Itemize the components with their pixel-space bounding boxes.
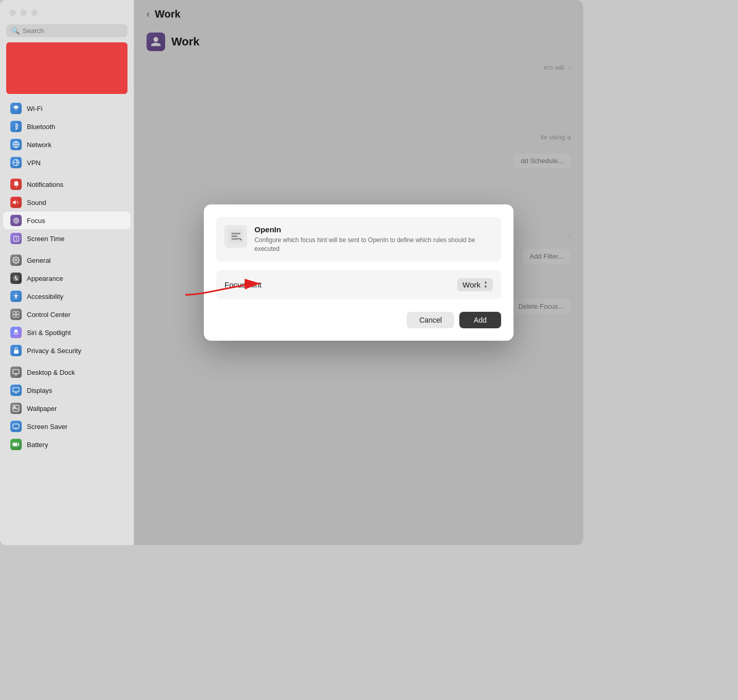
sidebar-item-accessibility[interactable]: Accessibility	[3, 288, 131, 305]
wifi-icon	[10, 103, 22, 114]
sidebar-item-wallpaper[interactable]: Wallpaper	[3, 400, 131, 417]
sidebar-item-vpn[interactable]: VPN	[3, 154, 131, 171]
bluetooth-icon	[10, 121, 22, 132]
svg-rect-9	[17, 315, 19, 317]
sidebar-item-label-notifications: Notifications	[27, 181, 63, 188]
sidebar-item-label-network: Network	[27, 141, 52, 149]
sidebar-item-network[interactable]: Network	[3, 136, 131, 153]
sidebar-item-label-sound: Sound	[27, 199, 46, 206]
add-button[interactable]: Add	[459, 312, 501, 328]
sidebar-item-sound[interactable]: Sound	[3, 194, 131, 211]
sidebar-item-desktop[interactable]: Desktop & Dock	[3, 363, 131, 381]
battery-icon	[10, 439, 22, 450]
sidebar-item-label-screentime: Screen Time	[27, 235, 65, 243]
focus-profile-red-box	[6, 42, 127, 94]
screensaver-icon	[10, 421, 22, 432]
sidebar-item-label-siri: Siri & Spotlight	[27, 329, 71, 337]
sidebar-item-privacy[interactable]: Privacy & Security	[3, 342, 131, 359]
controlcenter-icon	[10, 309, 22, 320]
stepper-arrows: ▲ ▼	[484, 280, 488, 289]
svg-rect-6	[13, 311, 15, 314]
sidebar-item-label-vpn: VPN	[27, 159, 41, 167]
sidebar-item-label-focus: Focus	[27, 217, 45, 225]
sidebar-item-label-bluetooth: Bluetooth	[27, 123, 55, 131]
sidebar-section-hardware: Desktop & Dock Displays Wallpaper Screen…	[0, 363, 134, 454]
displays-icon	[10, 385, 22, 396]
svg-rect-7	[17, 311, 19, 314]
sidebar-item-label-privacy: Privacy & Security	[27, 347, 81, 355]
cancel-button[interactable]: Cancel	[407, 312, 454, 328]
sidebar-item-label-controlcenter: Control Center	[27, 311, 71, 319]
accessibility-icon	[10, 291, 22, 302]
traffic-light-minimize[interactable]	[20, 9, 27, 16]
siri-icon	[10, 327, 22, 338]
sidebar-item-label-desktop: Desktop & Dock	[27, 369, 75, 376]
sidebar-item-controlcenter[interactable]: Control Center	[3, 306, 131, 323]
focus-hint-label: Focus Hint	[224, 280, 262, 289]
focus-hint-selector[interactable]: Work ▲ ▼	[457, 278, 493, 291]
sidebar-item-label-accessibility: Accessibility	[27, 293, 63, 300]
sidebar-item-displays[interactable]: Displays	[3, 381, 131, 399]
sidebar-item-notifications[interactable]: Notifications	[3, 176, 131, 193]
sidebar-item-screensaver[interactable]: Screen Saver	[3, 418, 131, 435]
stepper-down-icon: ▼	[484, 285, 488, 289]
sidebar-section-network: Wi-Fi Bluetooth Network VPN	[0, 99, 134, 172]
desktop-icon	[10, 367, 22, 378]
notifications-icon	[10, 179, 22, 190]
app-info: OpenIn Configure which focus hint will b…	[254, 225, 493, 253]
sidebar-item-appearance[interactable]: Appearance	[3, 269, 131, 287]
svg-rect-10	[14, 350, 19, 354]
sidebar-section-system: Notifications Sound Focus Screen Time	[0, 175, 134, 248]
sidebar-item-bluetooth[interactable]: Bluetooth	[3, 118, 131, 135]
svg-rect-8	[13, 315, 15, 317]
modal-app-row: OpenIn Configure which focus hint will b…	[216, 217, 501, 262]
svg-point-3	[15, 259, 17, 261]
sidebar-item-focus[interactable]: Focus	[3, 212, 131, 229]
vpn-icon	[10, 157, 22, 168]
focus-hint-value-text: Work	[462, 280, 480, 289]
svg-rect-21	[231, 238, 239, 240]
sidebar-item-label-appearance: Appearance	[27, 275, 63, 282]
sidebar-item-label-battery: Battery	[27, 441, 48, 449]
search-icon: 🔍	[11, 27, 20, 35]
sidebar-item-label-wallpaper: Wallpaper	[27, 405, 57, 412]
traffic-light-close[interactable]	[9, 9, 16, 16]
sidebar-item-label-general: General	[27, 257, 51, 264]
sidebar-item-label-wifi: Wi-Fi	[27, 105, 42, 113]
search-input[interactable]	[23, 27, 122, 35]
sidebar-item-label-displays: Displays	[27, 387, 52, 394]
focus-icon-sidebar	[10, 215, 22, 226]
network-icon	[10, 139, 22, 150]
modal-dialog: OpenIn Configure which focus hint will b…	[204, 204, 514, 341]
modal-buttons: Cancel Add	[216, 312, 501, 328]
app-icon	[224, 225, 247, 248]
svg-rect-17	[13, 443, 18, 446]
svg-rect-19	[231, 233, 240, 234]
svg-rect-11	[13, 370, 19, 374]
app-description: Configure which focus hint will be sent …	[254, 236, 493, 253]
search-bar[interactable]: 🔍	[6, 24, 127, 37]
sidebar-item-label-screensaver: Screen Saver	[27, 423, 68, 431]
sidebar-item-battery[interactable]: Battery	[3, 436, 131, 453]
window-controls	[0, 0, 134, 22]
app-name: OpenIn	[254, 225, 493, 234]
svg-point-5	[15, 293, 17, 294]
sidebar-item-siri[interactable]: Siri & Spotlight	[3, 324, 131, 341]
focus-hint-row: Focus Hint Work ▲ ▼	[216, 270, 501, 299]
main-content: ‹ Work Work ers will › ile using a dd Sc…	[134, 0, 583, 545]
modal-overlay: OpenIn Configure which focus hint will b…	[134, 0, 583, 545]
sidebar-item-screentime[interactable]: Screen Time	[3, 230, 131, 247]
traffic-light-maximize[interactable]	[31, 9, 38, 16]
svg-rect-15	[13, 424, 19, 428]
sidebar: 🔍 Wi-Fi Bluetooth Network	[0, 0, 134, 545]
svg-rect-12	[13, 388, 19, 392]
screentime-icon	[10, 233, 22, 244]
appearance-icon	[10, 273, 22, 284]
privacy-icon	[10, 345, 22, 356]
sidebar-item-wifi[interactable]: Wi-Fi	[3, 100, 131, 117]
sidebar-section-preferences: General Appearance Accessibility Control…	[0, 251, 134, 360]
sidebar-item-general[interactable]: General	[3, 251, 131, 269]
general-icon	[10, 254, 22, 266]
sound-icon	[10, 197, 22, 208]
wallpaper-icon	[10, 403, 22, 414]
